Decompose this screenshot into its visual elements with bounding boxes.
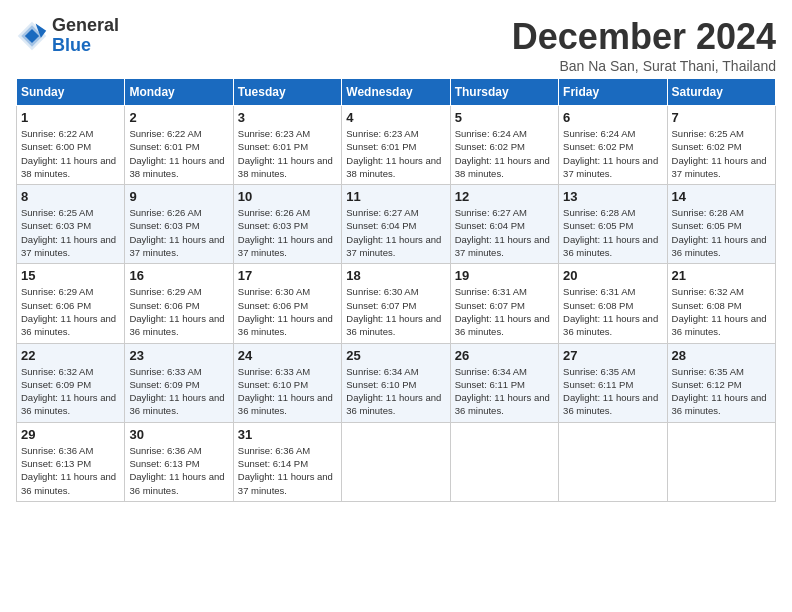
day-number: 16 <box>129 268 228 283</box>
day-number: 18 <box>346 268 445 283</box>
col-sunday: Sunday <box>17 79 125 106</box>
day-number: 14 <box>672 189 771 204</box>
col-thursday: Thursday <box>450 79 558 106</box>
day-number: 17 <box>238 268 337 283</box>
day-cell-22: 22Sunrise: 6:32 AM Sunset: 6:09 PM Dayli… <box>17 343 125 422</box>
day-number: 4 <box>346 110 445 125</box>
calendar-week-row: 22Sunrise: 6:32 AM Sunset: 6:09 PM Dayli… <box>17 343 776 422</box>
day-info: Sunrise: 6:22 AM Sunset: 6:01 PM Dayligh… <box>129 127 228 180</box>
day-info: Sunrise: 6:33 AM Sunset: 6:10 PM Dayligh… <box>238 365 337 418</box>
day-number: 8 <box>21 189 120 204</box>
calendar-week-row: 15Sunrise: 6:29 AM Sunset: 6:06 PM Dayli… <box>17 264 776 343</box>
day-info: Sunrise: 6:36 AM Sunset: 6:13 PM Dayligh… <box>129 444 228 497</box>
day-info: Sunrise: 6:28 AM Sunset: 6:05 PM Dayligh… <box>563 206 662 259</box>
day-cell-19: 19Sunrise: 6:31 AM Sunset: 6:07 PM Dayli… <box>450 264 558 343</box>
page-header: General Blue December 2024 Ban Na San, S… <box>16 16 776 74</box>
day-info: Sunrise: 6:29 AM Sunset: 6:06 PM Dayligh… <box>21 285 120 338</box>
day-info: Sunrise: 6:27 AM Sunset: 6:04 PM Dayligh… <box>346 206 445 259</box>
day-info: Sunrise: 6:30 AM Sunset: 6:07 PM Dayligh… <box>346 285 445 338</box>
day-info: Sunrise: 6:23 AM Sunset: 6:01 PM Dayligh… <box>238 127 337 180</box>
day-info: Sunrise: 6:24 AM Sunset: 6:02 PM Dayligh… <box>455 127 554 180</box>
calendar-week-row: 29Sunrise: 6:36 AM Sunset: 6:13 PM Dayli… <box>17 422 776 501</box>
day-info: Sunrise: 6:26 AM Sunset: 6:03 PM Dayligh… <box>129 206 228 259</box>
day-number: 20 <box>563 268 662 283</box>
day-info: Sunrise: 6:27 AM Sunset: 6:04 PM Dayligh… <box>455 206 554 259</box>
calendar-week-row: 8Sunrise: 6:25 AM Sunset: 6:03 PM Daylig… <box>17 185 776 264</box>
day-info: Sunrise: 6:25 AM Sunset: 6:02 PM Dayligh… <box>672 127 771 180</box>
month-title: December 2024 <box>512 16 776 58</box>
day-cell-18: 18Sunrise: 6:30 AM Sunset: 6:07 PM Dayli… <box>342 264 450 343</box>
day-number: 13 <box>563 189 662 204</box>
day-cell-23: 23Sunrise: 6:33 AM Sunset: 6:09 PM Dayli… <box>125 343 233 422</box>
day-cell-16: 16Sunrise: 6:29 AM Sunset: 6:06 PM Dayli… <box>125 264 233 343</box>
day-cell-24: 24Sunrise: 6:33 AM Sunset: 6:10 PM Dayli… <box>233 343 341 422</box>
day-info: Sunrise: 6:32 AM Sunset: 6:09 PM Dayligh… <box>21 365 120 418</box>
day-number: 29 <box>21 427 120 442</box>
day-info: Sunrise: 6:24 AM Sunset: 6:02 PM Dayligh… <box>563 127 662 180</box>
day-number: 3 <box>238 110 337 125</box>
day-info: Sunrise: 6:26 AM Sunset: 6:03 PM Dayligh… <box>238 206 337 259</box>
day-cell-28: 28Sunrise: 6:35 AM Sunset: 6:12 PM Dayli… <box>667 343 775 422</box>
day-number: 22 <box>21 348 120 363</box>
logo-text: General Blue <box>52 16 119 56</box>
day-number: 15 <box>21 268 120 283</box>
day-number: 30 <box>129 427 228 442</box>
day-cell-27: 27Sunrise: 6:35 AM Sunset: 6:11 PM Dayli… <box>559 343 667 422</box>
day-info: Sunrise: 6:31 AM Sunset: 6:07 PM Dayligh… <box>455 285 554 338</box>
day-number: 1 <box>21 110 120 125</box>
empty-cell <box>559 422 667 501</box>
calendar-week-row: 1Sunrise: 6:22 AM Sunset: 6:00 PM Daylig… <box>17 106 776 185</box>
day-cell-29: 29Sunrise: 6:36 AM Sunset: 6:13 PM Dayli… <box>17 422 125 501</box>
empty-cell <box>667 422 775 501</box>
day-number: 6 <box>563 110 662 125</box>
day-cell-13: 13Sunrise: 6:28 AM Sunset: 6:05 PM Dayli… <box>559 185 667 264</box>
day-number: 25 <box>346 348 445 363</box>
day-cell-11: 11Sunrise: 6:27 AM Sunset: 6:04 PM Dayli… <box>342 185 450 264</box>
day-info: Sunrise: 6:29 AM Sunset: 6:06 PM Dayligh… <box>129 285 228 338</box>
day-cell-26: 26Sunrise: 6:34 AM Sunset: 6:11 PM Dayli… <box>450 343 558 422</box>
day-number: 19 <box>455 268 554 283</box>
day-info: Sunrise: 6:36 AM Sunset: 6:13 PM Dayligh… <box>21 444 120 497</box>
day-info: Sunrise: 6:25 AM Sunset: 6:03 PM Dayligh… <box>21 206 120 259</box>
day-number: 23 <box>129 348 228 363</box>
day-number: 27 <box>563 348 662 363</box>
day-cell-4: 4Sunrise: 6:23 AM Sunset: 6:01 PM Daylig… <box>342 106 450 185</box>
day-cell-17: 17Sunrise: 6:30 AM Sunset: 6:06 PM Dayli… <box>233 264 341 343</box>
day-cell-21: 21Sunrise: 6:32 AM Sunset: 6:08 PM Dayli… <box>667 264 775 343</box>
day-number: 26 <box>455 348 554 363</box>
day-info: Sunrise: 6:36 AM Sunset: 6:14 PM Dayligh… <box>238 444 337 497</box>
day-info: Sunrise: 6:35 AM Sunset: 6:12 PM Dayligh… <box>672 365 771 418</box>
day-cell-30: 30Sunrise: 6:36 AM Sunset: 6:13 PM Dayli… <box>125 422 233 501</box>
day-info: Sunrise: 6:31 AM Sunset: 6:08 PM Dayligh… <box>563 285 662 338</box>
day-info: Sunrise: 6:33 AM Sunset: 6:09 PM Dayligh… <box>129 365 228 418</box>
day-info: Sunrise: 6:23 AM Sunset: 6:01 PM Dayligh… <box>346 127 445 180</box>
col-monday: Monday <box>125 79 233 106</box>
day-cell-10: 10Sunrise: 6:26 AM Sunset: 6:03 PM Dayli… <box>233 185 341 264</box>
day-cell-25: 25Sunrise: 6:34 AM Sunset: 6:10 PM Dayli… <box>342 343 450 422</box>
day-cell-6: 6Sunrise: 6:24 AM Sunset: 6:02 PM Daylig… <box>559 106 667 185</box>
day-number: 7 <box>672 110 771 125</box>
day-cell-1: 1Sunrise: 6:22 AM Sunset: 6:00 PM Daylig… <box>17 106 125 185</box>
day-number: 21 <box>672 268 771 283</box>
day-cell-3: 3Sunrise: 6:23 AM Sunset: 6:01 PM Daylig… <box>233 106 341 185</box>
day-info: Sunrise: 6:32 AM Sunset: 6:08 PM Dayligh… <box>672 285 771 338</box>
day-cell-12: 12Sunrise: 6:27 AM Sunset: 6:04 PM Dayli… <box>450 185 558 264</box>
day-cell-2: 2Sunrise: 6:22 AM Sunset: 6:01 PM Daylig… <box>125 106 233 185</box>
day-number: 28 <box>672 348 771 363</box>
logo: General Blue <box>16 16 119 56</box>
day-cell-8: 8Sunrise: 6:25 AM Sunset: 6:03 PM Daylig… <box>17 185 125 264</box>
day-cell-14: 14Sunrise: 6:28 AM Sunset: 6:05 PM Dayli… <box>667 185 775 264</box>
empty-cell <box>342 422 450 501</box>
day-number: 24 <box>238 348 337 363</box>
day-number: 2 <box>129 110 228 125</box>
day-info: Sunrise: 6:30 AM Sunset: 6:06 PM Dayligh… <box>238 285 337 338</box>
empty-cell <box>450 422 558 501</box>
day-info: Sunrise: 6:34 AM Sunset: 6:11 PM Dayligh… <box>455 365 554 418</box>
col-saturday: Saturday <box>667 79 775 106</box>
calendar-header-row: Sunday Monday Tuesday Wednesday Thursday… <box>17 79 776 106</box>
day-number: 10 <box>238 189 337 204</box>
day-number: 31 <box>238 427 337 442</box>
day-cell-5: 5Sunrise: 6:24 AM Sunset: 6:02 PM Daylig… <box>450 106 558 185</box>
day-number: 9 <box>129 189 228 204</box>
title-block: December 2024 Ban Na San, Surat Thani, T… <box>512 16 776 74</box>
